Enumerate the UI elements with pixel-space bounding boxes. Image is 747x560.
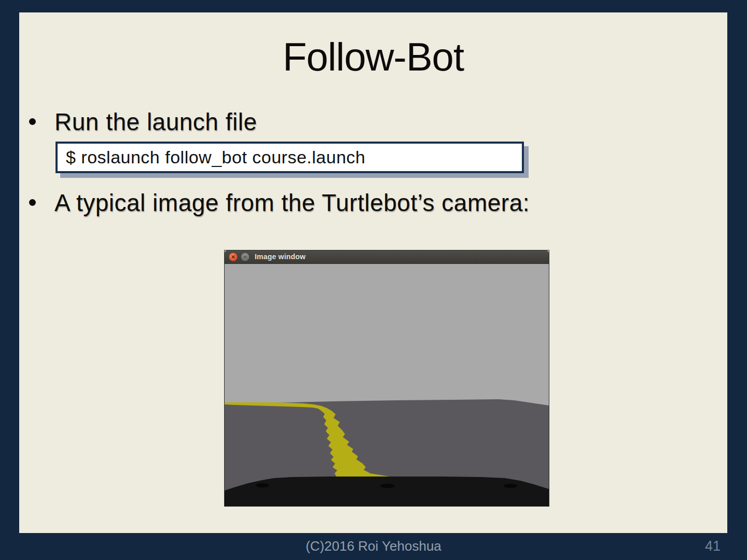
base-screw-hole — [504, 484, 517, 488]
base-screw-hole — [256, 483, 269, 487]
camera-view-image — [225, 264, 549, 506]
bullet-text: Run the launch file — [54, 109, 257, 135]
bullet-icon — [29, 118, 36, 125]
base-screw-hole — [380, 484, 395, 488]
page-number: 41 — [699, 538, 726, 554]
presentation-slide: { "slide": { "title": "Follow-Bot", "bul… — [0, 0, 747, 560]
page-title: Follow-Bot — [19, 35, 727, 79]
footer-copyright: (C)2016 Roi Yehoshua — [0, 538, 747, 554]
window-title: Image window — [255, 253, 306, 261]
minimize-icon[interactable]: – — [241, 253, 250, 261]
image-window: ✕ – Image window — [224, 250, 549, 507]
window-titlebar[interactable]: ✕ – Image window — [225, 250, 549, 264]
slide-canvas: Follow-Bot Run the launch file $ roslaun… — [19, 12, 727, 533]
bullet-text: A typical image from the Turtlebot’s cam… — [54, 190, 530, 216]
code-box: $ roslaunch follow_bot course.launch — [56, 142, 524, 173]
close-icon[interactable]: ✕ — [229, 253, 238, 261]
code-command: $ roslaunch follow_bot course.launch — [58, 144, 522, 171]
bullet-icon — [29, 199, 36, 206]
robot-base — [225, 477, 549, 506]
